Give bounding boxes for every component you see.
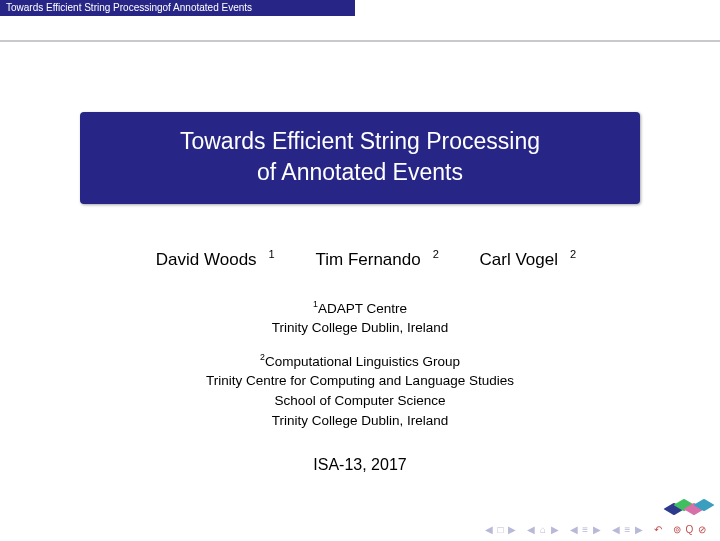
running-title-bar: Towards Efficient String Processingof An… [0,0,355,16]
affiliations: 1ADAPT Centre Trinity College Dublin, Ir… [50,298,670,430]
nav-next-icon[interactable]: ◀ ≡ ▶ [570,524,602,535]
nav-footer: ◀ □ ▶ ◀ ⌂ ▶ ◀ ≡ ▶ ◀ ≡ ▶ ↶ ⊚ Q ⊘ [482,524,710,535]
title-block: Towards Efficient String Processing of A… [80,112,640,204]
nav-prev-icon[interactable]: ◀ ⌂ ▶ [527,524,560,535]
author-3: Carl Vogel2 [468,250,577,269]
nav-back-icon[interactable]: ↶ [654,524,663,535]
nav-controls[interactable]: ◀ □ ▶ ◀ ⌂ ▶ ◀ ≡ ▶ ◀ ≡ ▶ ↶ ⊚ Q ⊘ [482,524,710,535]
title-line-1: Towards Efficient String Processing [90,126,630,157]
author-list: David Woods1 Tim Fernando2 Carl Vogel2 [50,248,670,270]
slide-content: Towards Efficient String Processing of A… [0,112,720,474]
header-spacer [0,16,720,40]
nav-menu-icon[interactable]: ⊚ Q ⊘ [673,524,707,535]
running-title: Towards Efficient String Processingof An… [6,2,252,13]
author-2: Tim Fernando2 [304,250,439,269]
nav-last-icon[interactable]: ◀ ≡ ▶ [612,524,644,535]
title-line-2: of Annotated Events [90,157,630,188]
header-rule [0,40,720,42]
author-1: David Woods1 [144,250,275,269]
affiliation-2: 2Computational Linguistics Group Trinity… [50,351,670,430]
venue: ISA-13, 2017 [50,456,670,474]
nav-first-icon[interactable]: ◀ □ ▶ [485,524,518,535]
affiliation-1: 1ADAPT Centre Trinity College Dublin, Ir… [50,298,670,338]
logo-icon [668,495,708,519]
